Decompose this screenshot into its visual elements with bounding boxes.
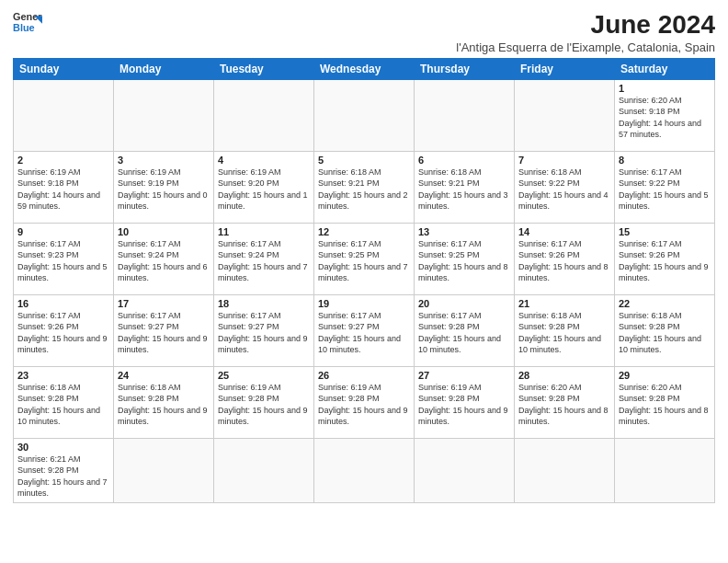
- page: General Blue June 2024 l'Antiga Esquerra…: [0, 0, 728, 563]
- table-row: [415, 438, 515, 502]
- day-number: 6: [418, 155, 510, 166]
- day-info: Sunrise: 6:17 AMSunset: 9:27 PMDaylight:…: [318, 310, 410, 356]
- day-number: 29: [619, 370, 711, 381]
- table-row: [214, 79, 314, 151]
- table-row: [415, 79, 515, 151]
- day-number: 18: [218, 298, 310, 309]
- day-info: Sunrise: 6:19 AMSunset: 9:28 PMDaylight:…: [318, 382, 410, 428]
- day-info: Sunrise: 6:20 AMSunset: 9:28 PMDaylight:…: [518, 382, 610, 428]
- header-monday: Monday: [114, 58, 214, 79]
- day-info: Sunrise: 6:17 AMSunset: 9:28 PMDaylight:…: [418, 310, 510, 356]
- table-row: 20Sunrise: 6:17 AMSunset: 9:28 PMDayligh…: [415, 294, 515, 366]
- day-number: 24: [118, 370, 210, 381]
- day-info: Sunrise: 6:19 AMSunset: 9:19 PMDaylight:…: [118, 167, 210, 213]
- table-row: 30Sunrise: 6:21 AMSunset: 9:28 PMDayligh…: [14, 438, 114, 502]
- table-row: 13Sunrise: 6:17 AMSunset: 9:25 PMDayligh…: [415, 223, 515, 294]
- header: General Blue June 2024 l'Antiga Esquerra…: [13, 9, 715, 54]
- table-row: [114, 438, 214, 502]
- day-number: 9: [17, 226, 109, 237]
- day-info: Sunrise: 6:17 AMSunset: 9:26 PMDaylight:…: [17, 310, 109, 356]
- table-row: 17Sunrise: 6:17 AMSunset: 9:27 PMDayligh…: [114, 294, 214, 366]
- day-number: 21: [518, 298, 610, 309]
- day-number: 30: [17, 442, 109, 453]
- day-info: Sunrise: 6:17 AMSunset: 9:24 PMDaylight:…: [118, 238, 210, 284]
- day-number: 14: [518, 226, 610, 237]
- svg-text:Blue: Blue: [13, 22, 35, 33]
- calendar-table: Sunday Monday Tuesday Wednesday Thursday…: [13, 58, 715, 503]
- table-row: 23Sunrise: 6:18 AMSunset: 9:28 PMDayligh…: [14, 366, 114, 438]
- table-row: 16Sunrise: 6:17 AMSunset: 9:26 PMDayligh…: [14, 294, 114, 366]
- day-number: 26: [318, 370, 410, 381]
- day-number: 3: [118, 155, 210, 166]
- logo: General Blue: [13, 9, 42, 35]
- day-info: Sunrise: 6:17 AMSunset: 9:25 PMDaylight:…: [318, 238, 410, 284]
- day-number: 19: [318, 298, 410, 309]
- day-info: Sunrise: 6:17 AMSunset: 9:26 PMDaylight:…: [518, 238, 610, 284]
- table-row: 12Sunrise: 6:17 AMSunset: 9:25 PMDayligh…: [314, 223, 415, 294]
- table-row: 24Sunrise: 6:18 AMSunset: 9:28 PMDayligh…: [114, 366, 214, 438]
- day-info: Sunrise: 6:17 AMSunset: 9:22 PMDaylight:…: [619, 167, 711, 213]
- day-info: Sunrise: 6:17 AMSunset: 9:27 PMDaylight:…: [218, 310, 310, 356]
- table-row: 3Sunrise: 6:19 AMSunset: 9:19 PMDaylight…: [114, 151, 214, 223]
- table-row: 28Sunrise: 6:20 AMSunset: 9:28 PMDayligh…: [515, 366, 615, 438]
- table-row: 19Sunrise: 6:17 AMSunset: 9:27 PMDayligh…: [314, 294, 415, 366]
- table-row: [214, 438, 314, 502]
- header-thursday: Thursday: [415, 58, 515, 79]
- day-number: 22: [619, 298, 711, 309]
- table-row: 8Sunrise: 6:17 AMSunset: 9:22 PMDaylight…: [615, 151, 715, 223]
- day-number: 12: [318, 226, 410, 237]
- table-row: 10Sunrise: 6:17 AMSunset: 9:24 PMDayligh…: [114, 223, 214, 294]
- header-wednesday: Wednesday: [314, 58, 415, 79]
- table-row: 26Sunrise: 6:19 AMSunset: 9:28 PMDayligh…: [314, 366, 415, 438]
- location-subtitle: l'Antiga Esquerra de l'Eixample, Catalon…: [456, 40, 715, 54]
- day-number: 23: [17, 370, 109, 381]
- table-row: 5Sunrise: 6:18 AMSunset: 9:21 PMDaylight…: [314, 151, 415, 223]
- table-row: [314, 438, 415, 502]
- day-info: Sunrise: 6:18 AMSunset: 9:28 PMDaylight:…: [619, 310, 711, 356]
- table-row: 2Sunrise: 6:19 AMSunset: 9:18 PMDaylight…: [14, 151, 114, 223]
- day-number: 10: [118, 226, 210, 237]
- table-row: 21Sunrise: 6:18 AMSunset: 9:28 PMDayligh…: [515, 294, 615, 366]
- day-number: 27: [418, 370, 510, 381]
- table-row: [515, 438, 615, 502]
- day-number: 25: [218, 370, 310, 381]
- day-number: 11: [218, 226, 310, 237]
- header-saturday: Saturday: [615, 58, 715, 79]
- table-row: 29Sunrise: 6:20 AMSunset: 9:28 PMDayligh…: [615, 366, 715, 438]
- day-info: Sunrise: 6:18 AMSunset: 9:28 PMDaylight:…: [17, 382, 109, 428]
- table-row: 25Sunrise: 6:19 AMSunset: 9:28 PMDayligh…: [214, 366, 314, 438]
- day-info: Sunrise: 6:18 AMSunset: 9:28 PMDaylight:…: [118, 382, 210, 428]
- table-row: 22Sunrise: 6:18 AMSunset: 9:28 PMDayligh…: [615, 294, 715, 366]
- table-row: [615, 438, 715, 502]
- day-number: 2: [17, 155, 109, 166]
- header-sunday: Sunday: [14, 58, 114, 79]
- day-info: Sunrise: 6:17 AMSunset: 9:24 PMDaylight:…: [218, 238, 310, 284]
- day-info: Sunrise: 6:17 AMSunset: 9:26 PMDaylight:…: [619, 238, 711, 284]
- day-number: 28: [518, 370, 610, 381]
- day-info: Sunrise: 6:19 AMSunset: 9:20 PMDaylight:…: [218, 167, 310, 213]
- day-number: 7: [518, 155, 610, 166]
- day-number: 8: [619, 155, 711, 166]
- table-row: 1Sunrise: 6:20 AMSunset: 9:18 PMDaylight…: [615, 79, 715, 151]
- day-info: Sunrise: 6:18 AMSunset: 9:21 PMDaylight:…: [318, 167, 410, 213]
- table-row: 14Sunrise: 6:17 AMSunset: 9:26 PMDayligh…: [515, 223, 615, 294]
- table-row: [14, 79, 114, 151]
- generalblue-logo-icon: General Blue: [13, 9, 42, 35]
- table-row: [114, 79, 214, 151]
- day-number: 4: [218, 155, 310, 166]
- day-info: Sunrise: 6:17 AMSunset: 9:23 PMDaylight:…: [17, 238, 109, 284]
- header-friday: Friday: [515, 58, 615, 79]
- day-info: Sunrise: 6:19 AMSunset: 9:28 PMDaylight:…: [218, 382, 310, 428]
- day-number: 13: [418, 226, 510, 237]
- day-number: 17: [118, 298, 210, 309]
- day-info: Sunrise: 6:19 AMSunset: 9:18 PMDaylight:…: [17, 167, 109, 213]
- day-info: Sunrise: 6:18 AMSunset: 9:21 PMDaylight:…: [418, 167, 510, 213]
- title-block: June 2024 l'Antiga Esquerra de l'Eixampl…: [456, 9, 715, 54]
- day-info: Sunrise: 6:17 AMSunset: 9:25 PMDaylight:…: [418, 238, 510, 284]
- day-info: Sunrise: 6:17 AMSunset: 9:27 PMDaylight:…: [118, 310, 210, 356]
- table-row: 15Sunrise: 6:17 AMSunset: 9:26 PMDayligh…: [615, 223, 715, 294]
- day-info: Sunrise: 6:19 AMSunset: 9:28 PMDaylight:…: [418, 382, 510, 428]
- day-info: Sunrise: 6:20 AMSunset: 9:18 PMDaylight:…: [619, 95, 711, 141]
- table-row: [515, 79, 615, 151]
- day-number: 16: [17, 298, 109, 309]
